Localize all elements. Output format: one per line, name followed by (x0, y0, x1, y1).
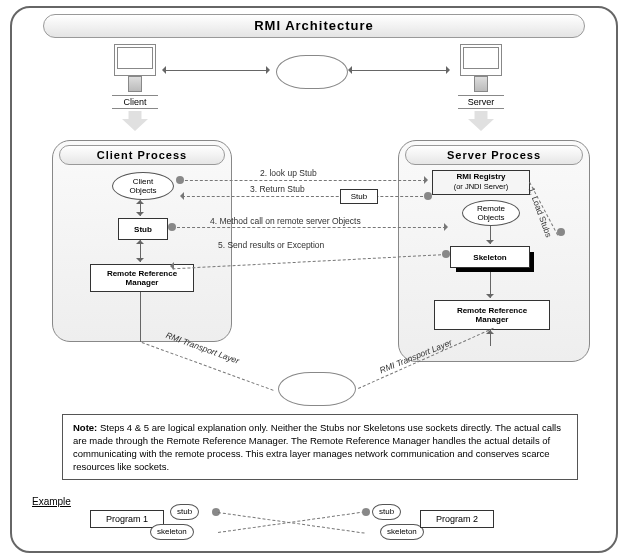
endpoint-dot (424, 192, 432, 200)
endpoint-dot (168, 223, 176, 231)
arrowhead-right-icon (444, 223, 452, 231)
arrowhead-left-icon (158, 66, 166, 74)
arrowhead-left-icon (344, 66, 352, 74)
skeleton-box: Skeleton (450, 246, 530, 268)
note-text: Steps 4 & 5 are logical explanation only… (73, 422, 561, 472)
note-box: Note: Steps 4 & 5 are logical explanatio… (62, 414, 578, 480)
rmi-registry-line1: RMI Registry (433, 172, 529, 182)
arrowhead-left-icon (166, 262, 174, 270)
endpoint-dot (557, 228, 565, 236)
msg3-text: 3. Return Stub (250, 184, 305, 194)
client-process-title: Client Process (59, 145, 225, 165)
server-host: Server (458, 44, 504, 131)
note-label: Note: (73, 422, 97, 433)
arrowhead-left-icon (176, 192, 184, 200)
arrowhead-right-icon (446, 66, 454, 74)
program1-skeleton: skeleton (150, 524, 194, 540)
computer-stand (474, 76, 488, 92)
diagram-frame: RMI Architecture Client Server Client Pr… (0, 0, 628, 559)
msg4-text: 4. Method call on remote server Objects (210, 216, 361, 226)
monitor-icon (460, 44, 502, 76)
arrowhead-up-icon (136, 196, 144, 204)
top-link-line (164, 70, 268, 71)
vline (140, 292, 141, 342)
endpoint-dot (362, 508, 370, 516)
down-arrow-icon (468, 111, 494, 131)
stub-message-box: Stub (340, 189, 378, 204)
remote-objects-oval: Remote Objects (462, 200, 520, 226)
arrowhead-right-icon (266, 66, 274, 74)
msg3-line (182, 196, 428, 197)
endpoint-dot (442, 250, 450, 258)
monitor-icon (114, 44, 156, 76)
msg2-text: 2. look up Stub (260, 168, 317, 178)
msg2-line (180, 180, 426, 181)
msg4-line (172, 227, 446, 228)
client-label: Client (112, 95, 158, 109)
program2-skeleton: skeleton (380, 524, 424, 540)
msg5-text: 5. Send results or Exception (218, 240, 324, 250)
program1-stub: stub (170, 504, 199, 520)
server-process-title: Server Process (405, 145, 583, 165)
arrowhead-up-icon (136, 236, 144, 244)
cloud-icon (276, 55, 348, 89)
program2-box: Program 2 (420, 510, 494, 528)
server-label: Server (458, 95, 504, 109)
cloud-icon (278, 372, 356, 406)
program2-stub: stub (372, 504, 401, 520)
computer-stand (128, 76, 142, 92)
rmi-registry-line2: (or JNDI Server) (433, 182, 529, 192)
example-label: Example (32, 496, 71, 507)
arrowhead-right-icon (424, 176, 432, 184)
page-title: RMI Architecture (43, 14, 585, 38)
rmi-registry-box: RMI Registry (or JNDI Server) (432, 170, 530, 195)
down-arrow-icon (122, 111, 148, 131)
top-link-line (350, 70, 448, 71)
endpoint-dot (176, 176, 184, 184)
client-host: Client (112, 44, 158, 131)
arrowhead-up-icon (486, 326, 494, 334)
